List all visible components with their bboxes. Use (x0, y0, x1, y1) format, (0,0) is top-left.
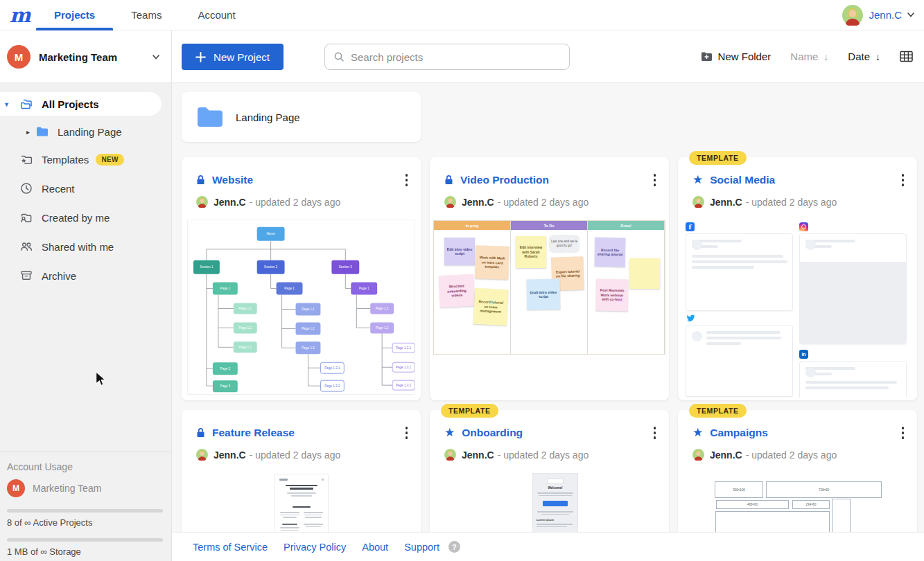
sidebar: ▾ All Projects ▸ Landing Page T (0, 83, 171, 561)
sort-by-date[interactable]: Date ↓ (848, 51, 880, 62)
updated-text: - updated 2 days ago (746, 449, 837, 461)
sidebar-item-label: All Projects (42, 98, 99, 110)
sidebar-item-created-by-me[interactable]: Created by me (0, 206, 162, 229)
twitter-icon (686, 314, 696, 323)
instagram-post-mockup (799, 233, 907, 344)
footer-link-support[interactable]: Support (404, 542, 439, 553)
sitemap-node-label: Page 1 (220, 287, 231, 290)
card-header: Video Production (444, 172, 659, 188)
sidebar-item-shared-with-me[interactable]: Shared with me (0, 235, 162, 258)
sidebar-item-label: Shared with me (42, 241, 114, 253)
caret-expanded-icon[interactable]: ▾ (5, 100, 8, 108)
footer-link-privacy[interactable]: Privacy Policy (284, 542, 346, 553)
tab-account[interactable]: Account (180, 0, 253, 30)
card-byline: Jenn.C - updated 2 days ago (444, 196, 589, 208)
card-byline: Jenn.C - updated 2 days ago (196, 196, 340, 208)
card-menu-button[interactable] (402, 172, 412, 188)
updated-text: - updated 2 days ago (746, 197, 837, 208)
caret-collapsed-icon[interactable]: ▸ (26, 128, 30, 136)
help-icon[interactable]: ? (448, 541, 460, 553)
new-project-button[interactable]: New Project (182, 44, 284, 70)
author-name: Jenn.C (710, 449, 742, 461)
card-menu-button[interactable] (650, 425, 660, 441)
app-window: m Projects Teams Account Jenn.C M Market… (0, 0, 924, 561)
new-folder-button[interactable]: New Folder (701, 51, 772, 62)
author-avatar (196, 196, 208, 208)
folder-card-landing-page[interactable]: Landing Page (182, 92, 421, 142)
top-navigation: m Projects Teams Account Jenn.C (0, 0, 924, 30)
project-card-website[interactable]: Website Jenn.C - updated 2 days ago (182, 157, 421, 400)
social-posts-thumbnail: f (683, 221, 912, 398)
sidebar-item-recent[interactable]: Recent (0, 177, 162, 200)
sitemap-node-label: Section 2 (264, 265, 278, 269)
project-card-video-production[interactable]: Video Production Jenn.C - updated 2 days… (430, 157, 669, 400)
arrow-down-icon: ↓ (875, 51, 880, 62)
folder-plus-icon (701, 51, 713, 62)
user-menu[interactable]: Jenn.C (842, 5, 914, 26)
sidebar-item-label: Recent (42, 183, 75, 195)
card-menu-button[interactable] (402, 425, 412, 441)
sort-by-name[interactable]: Name ↓ (790, 51, 828, 62)
team-avatar: M (7, 479, 25, 497)
chevron-down-icon (907, 12, 914, 17)
sticky-note: Edit intro video script (444, 238, 475, 265)
search-input[interactable] (351, 51, 561, 63)
account-usage-panel: Account Usage M Marketing Team 8 of ∞ Ac… (0, 452, 171, 557)
author-name: Jenn.C (213, 449, 246, 461)
card-header: ★ Campaigns (692, 425, 907, 441)
footer-link-about[interactable]: About (362, 542, 388, 553)
grid-view-icon[interactable] (900, 51, 913, 62)
usage-team-name: Marketing Team (33, 483, 101, 494)
usage-team: M Marketing Team (7, 479, 164, 497)
author-name: Jenn.C (462, 197, 494, 208)
team-selector[interactable]: M Marketing Team (7, 45, 165, 69)
arrow-down-icon: ↓ (823, 51, 828, 62)
sitemap-node-label: Page 1.2 (302, 327, 315, 330)
project-card-social-media[interactable]: TEMPLATE ★ Social Media Jenn.C - updated… (678, 157, 917, 400)
instagram-icon (799, 222, 808, 231)
new-folder-label: New Folder (718, 51, 772, 62)
sitemap-node-label: Page 1 (359, 287, 369, 290)
user-avatar (842, 5, 863, 26)
sitemap-node-label: Page 1.2 (239, 326, 252, 330)
sidebar-item-all-projects[interactable]: ▾ All Projects (0, 92, 162, 116)
onboarding-subheading: Lorem ipsum (537, 518, 577, 522)
author-avatar (692, 449, 704, 461)
sidebar-item-archive[interactable]: Archive (0, 264, 162, 287)
footer-link-terms[interactable]: Terms of Service (193, 542, 268, 553)
sidebar-item-templates[interactable]: Templates NEW (0, 148, 162, 171)
tab-teams[interactable]: Teams (113, 0, 180, 30)
sitemap-node-label: Page 1.1 (302, 308, 315, 311)
sort-name-label: Name (790, 51, 818, 62)
card-byline: Jenn.C - updated 2 days ago (444, 449, 589, 461)
card-menu-button[interactable] (898, 425, 908, 441)
main-content: Landing Page Website Jenn.C - updated 2 … (172, 83, 924, 561)
sitemap-node-label: Page 1.2 (376, 326, 389, 330)
kanban-column-header: Done! (588, 221, 664, 230)
card-header: ★ Social Media (692, 172, 907, 188)
updated-text: - updated 2 days ago (498, 197, 589, 208)
sidebar-item-label: Archive (42, 270, 76, 282)
card-title: Website (212, 174, 253, 186)
speech-bubble: Last one and we're good to go! (549, 235, 579, 253)
sitemap-node-label: Home (267, 232, 276, 235)
new-project-label: New Project (213, 51, 270, 63)
tab-projects[interactable]: Projects (36, 0, 113, 30)
storage-progress-bar (7, 538, 163, 542)
folder-name: Landing Page (236, 112, 300, 123)
account-usage-title: Account Usage (7, 461, 164, 472)
people-icon (19, 240, 33, 253)
miro-logo[interactable]: m (4, 1, 36, 29)
linkedin-icon: in (799, 350, 808, 359)
card-menu-button[interactable] (898, 172, 908, 188)
card-byline: Jenn.C - updated 2 days ago (692, 196, 837, 208)
author-avatar (444, 196, 456, 208)
sitemap-node-label: Page 3 (220, 384, 231, 388)
ad-size-box: 234×60 (792, 500, 830, 509)
facebook-post-mockup (686, 233, 793, 311)
sidebar-item-landing-page[interactable]: ▸ Landing Page (0, 120, 162, 143)
card-header: Website (196, 172, 411, 188)
card-menu-button[interactable] (650, 172, 660, 188)
plus-icon (195, 52, 206, 62)
sitemap-node-label: Section 1 (200, 265, 213, 269)
